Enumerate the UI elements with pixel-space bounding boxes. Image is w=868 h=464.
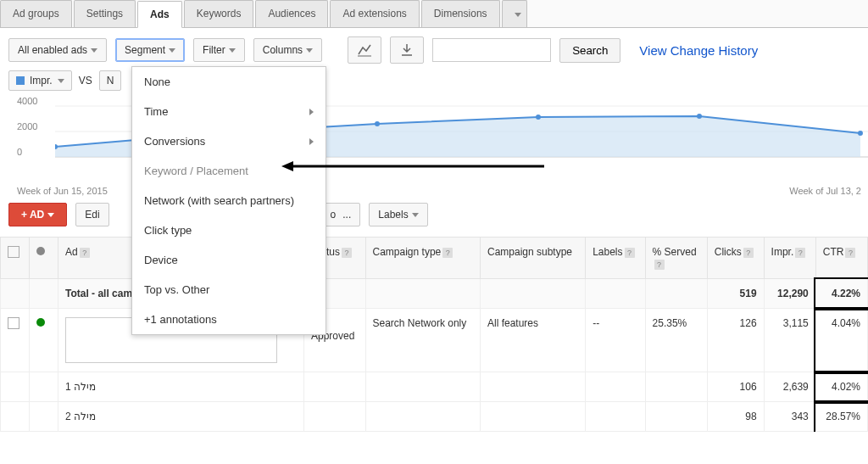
y-tick: 0	[17, 147, 37, 172]
labels-dropdown[interactable]: Labels	[369, 203, 427, 226]
chevron-down-icon	[47, 213, 54, 217]
secondary-metric-label: N	[107, 75, 114, 87]
row-clicks: 106	[707, 372, 764, 402]
secondary-metric-dropdown[interactable]: N	[99, 70, 122, 91]
col-campaign-subtype: Campaign subtype	[487, 246, 572, 258]
row-ctr: 4.02%	[815, 372, 867, 402]
metric-row: Impr. VS N	[0, 69, 868, 91]
search-input[interactable]	[432, 38, 551, 62]
col-ctr: CTR	[823, 246, 844, 258]
tab-more[interactable]	[502, 0, 527, 27]
tab-ads[interactable]: Ads	[137, 1, 182, 28]
row-ctr: 28.57%	[815, 402, 867, 432]
filter-enabled-ads-label: All enabled ads	[18, 44, 87, 56]
chevron-down-icon	[169, 48, 175, 53]
segment-item-network[interactable]: Network (with search partners)	[132, 186, 326, 215]
action-row: + AD Edi o... Labels	[0, 196, 868, 233]
row-keyword: מילה 1	[58, 372, 304, 402]
chart-y-axis: 4000 2000 0	[17, 96, 37, 172]
col-clicks: Clicks	[715, 246, 742, 258]
y-tick: 2000	[17, 121, 37, 147]
tab-ad-groups[interactable]: Ad groups	[0, 0, 72, 27]
add-ad-label: + AD	[21, 209, 44, 221]
row-impr: 343	[764, 402, 815, 432]
help-icon[interactable]: ?	[625, 248, 635, 258]
chevron-down-icon	[58, 79, 64, 83]
svg-point-10	[536, 115, 541, 120]
table-header-row: Ad? Status? Campaign type? Campaign subt…	[1, 238, 868, 279]
chart-toggle-button[interactable]	[348, 36, 381, 64]
chevron-right-icon	[309, 138, 314, 145]
ellipsis: ...	[342, 209, 351, 221]
chart-icon	[357, 42, 372, 58]
segment-item-annotations[interactable]: +1 annotations	[132, 305, 326, 334]
segment-item-top-vs-other[interactable]: Top vs. Other	[132, 275, 326, 305]
view-change-history-link[interactable]: View Change History	[639, 43, 758, 58]
row-clicks: 126	[707, 309, 764, 372]
row-campaign-subtype: All features	[480, 309, 585, 372]
automate-label-fragment: o	[331, 209, 337, 221]
help-icon[interactable]: ?	[654, 260, 665, 270]
filter-enabled-ads-dropdown[interactable]: All enabled ads	[8, 38, 107, 62]
tab-dimensions[interactable]: Dimensions	[421, 0, 500, 27]
help-icon[interactable]: ?	[342, 248, 352, 258]
status-dot-icon	[36, 247, 45, 255]
columns-label: Columns	[263, 44, 303, 56]
download-icon	[399, 42, 415, 58]
toolbar: All enabled ads Segment Filter Columns S…	[0, 28, 868, 69]
select-all-checkbox[interactable]	[8, 246, 19, 258]
metric-color-swatch	[16, 76, 25, 85]
filter-dropdown-button[interactable]: Filter	[193, 38, 245, 62]
y-tick: 4000	[17, 96, 37, 121]
columns-dropdown-button[interactable]: Columns	[253, 38, 322, 62]
tab-keywords[interactable]: Keywords	[184, 0, 254, 27]
download-button[interactable]	[390, 36, 424, 64]
search-button[interactable]: Search	[559, 38, 620, 63]
row-ctr: 4.04%	[815, 309, 867, 372]
svg-point-9	[375, 121, 380, 126]
segment-item-label: Conversions	[144, 135, 205, 148]
row-keyword: מילה 2	[58, 402, 304, 432]
add-ad-button[interactable]: + AD	[8, 203, 67, 226]
vs-label: VS	[79, 75, 92, 87]
filter-label: Filter	[203, 44, 225, 56]
primary-metric-dropdown[interactable]: Impr.	[8, 70, 72, 91]
svg-point-11	[697, 114, 702, 119]
chevron-down-icon	[229, 48, 236, 53]
table-row: מילה 1 106 2,639 4.02%	[1, 372, 868, 402]
svg-point-12	[858, 131, 863, 136]
tab-audiences[interactable]: Audiences	[255, 0, 328, 27]
chevron-down-icon	[412, 213, 419, 217]
total-impr: 12,290	[764, 279, 815, 309]
segment-item-time[interactable]: Time	[132, 97, 326, 126]
segment-item-conversions[interactable]: Conversions	[132, 126, 326, 156]
row-checkbox[interactable]	[8, 317, 19, 329]
total-ctr: 4.22%	[815, 279, 867, 309]
total-clicks: 519	[707, 279, 764, 309]
tab-settings[interactable]: Settings	[74, 0, 136, 27]
segment-item-click-type[interactable]: Click type	[132, 215, 326, 245]
col-campaign-type: Campaign type	[373, 246, 442, 258]
help-icon[interactable]: ?	[845, 248, 855, 258]
col-ad: Ad	[65, 246, 78, 258]
segment-dropdown-menu: None Time Conversions Keyword / Placemen…	[131, 66, 326, 335]
segment-item-none[interactable]: None	[132, 67, 326, 97]
help-icon[interactable]: ?	[795, 248, 805, 258]
tab-ad-extensions[interactable]: Ad extensions	[330, 0, 419, 27]
segment-dropdown-button[interactable]: Segment	[115, 38, 185, 62]
segment-item-device[interactable]: Device	[132, 245, 326, 275]
segment-item-label: Time	[144, 105, 168, 118]
row-labels: --	[586, 309, 645, 372]
help-icon[interactable]: ?	[80, 248, 90, 258]
automate-dropdown[interactable]: o...	[321, 203, 361, 226]
segment-item-keyword-placement[interactable]: Keyword / Placement	[132, 156, 326, 186]
chevron-down-icon	[91, 48, 97, 53]
help-icon[interactable]: ?	[743, 248, 754, 258]
edit-dropdown[interactable]: Edi	[75, 203, 108, 226]
col-served: % Served	[653, 246, 697, 258]
help-icon[interactable]: ?	[442, 248, 453, 258]
status-active-icon	[36, 318, 45, 327]
row-served: 25.35%	[645, 309, 707, 372]
row-impr: 2,639	[764, 372, 815, 402]
chevron-right-icon	[309, 109, 314, 115]
